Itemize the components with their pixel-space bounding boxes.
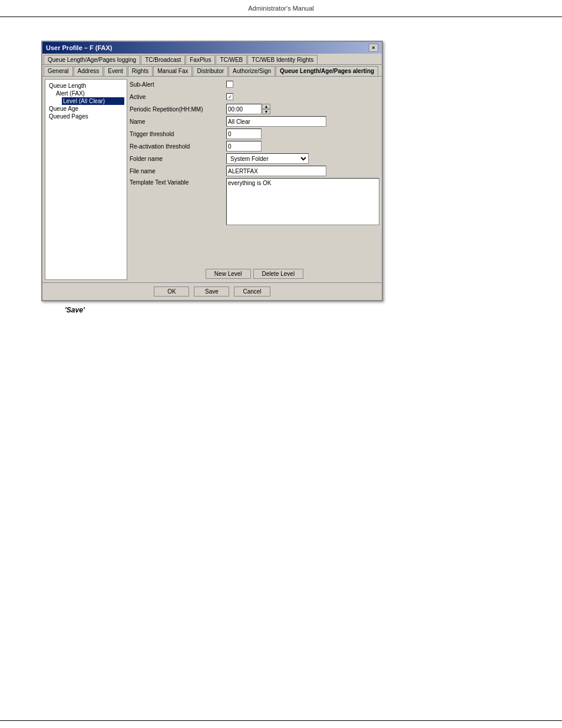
dialog-title: User Profile – F (FAX)	[46, 44, 112, 51]
reactivation-label: Re-activation threshold	[130, 143, 224, 150]
folder-select-wrapper: System Folder	[226, 153, 309, 164]
dialog-body: Queue Length Alert (FAX) Level (All Clea…	[42, 77, 382, 282]
right-panel: Sub-Alert Active ✓ Periodic Repetition(H…	[130, 79, 379, 280]
filename-row: File name	[130, 166, 379, 176]
page-footer	[0, 720, 562, 728]
trigger-label: Trigger threshold	[130, 131, 224, 137]
ok-button[interactable]: OK	[154, 286, 189, 297]
cancel-button[interactable]: Cancel	[234, 286, 270, 297]
tab-general[interactable]: General	[44, 66, 73, 76]
tab-row-1: Queue Length/Age/Pages logging TC/Broadc…	[42, 54, 382, 65]
filename-input[interactable]	[226, 166, 326, 176]
dialog: User Profile – F (FAX) × Queue Length/Ag…	[41, 41, 383, 301]
tree-indent: Alert (FAX) Level (All Clear)	[55, 90, 124, 105]
tab-address[interactable]: Address	[74, 66, 104, 76]
tree-alert-label: Alert (FAX)	[56, 90, 85, 97]
template-label: Template Text Variable	[130, 179, 224, 186]
trigger-input[interactable]	[226, 129, 262, 139]
periodic-spin-up[interactable]: ▲	[262, 104, 270, 109]
sub-alert-checkbox[interactable]	[226, 81, 233, 88]
reactivation-row: Re-activation threshold	[130, 141, 379, 151]
tree-indent-2: Level (All Clear)	[62, 97, 124, 105]
tab-manual-fax[interactable]: Manual Fax	[153, 66, 192, 76]
name-input[interactable]	[226, 116, 326, 127]
name-row: Name	[130, 116, 379, 127]
tab-queue-length-logging[interactable]: Queue Length/Age/Pages logging	[44, 55, 140, 64]
tab-tc-broadcast[interactable]: TC/Broadcast	[141, 55, 185, 64]
left-panel: Queue Length Alert (FAX) Level (All Clea…	[45, 79, 127, 280]
template-section: Template Text Variable everything is OK	[130, 178, 379, 225]
periodic-row: Periodic Repetition(HH:MM) ▲ ▼	[130, 104, 379, 114]
tab-authorize-sign[interactable]: Authorize/Sign	[229, 66, 275, 76]
tab-event[interactable]: Event	[104, 66, 127, 76]
periodic-spinner: ▲ ▼	[226, 104, 270, 114]
tree-alert-fax[interactable]: Alert (FAX)	[55, 90, 124, 97]
periodic-spin-btns: ▲ ▼	[262, 104, 270, 114]
tab-tc-web[interactable]: TC/WEB	[216, 55, 247, 64]
tree-queue-length[interactable]: Queue Length	[48, 82, 124, 90]
tab-row-2: General Address Event Rights Manual Fax …	[42, 65, 382, 77]
active-checkbox[interactable]: ✓	[226, 93, 233, 100]
tree-queue-age[interactable]: Queue Age	[48, 105, 124, 113]
close-button[interactable]: ×	[369, 44, 378, 52]
tab-distributor[interactable]: Distributor	[193, 66, 228, 76]
new-level-button[interactable]: New Level	[206, 269, 251, 279]
spacer	[130, 227, 379, 262]
periodic-spin-down[interactable]: ▼	[262, 109, 270, 114]
dialog-titlebar: User Profile – F (FAX) ×	[42, 42, 382, 54]
periodic-input[interactable]	[226, 104, 262, 114]
filename-label: File name	[130, 168, 224, 174]
header-title: Administrator's Manual	[248, 5, 314, 12]
template-textarea[interactable]: everything is OK	[226, 178, 379, 225]
sub-alert-row: Sub-Alert	[130, 79, 379, 90]
page-header: Administrator's Manual	[0, 0, 562, 17]
bottom-btn-row: OK Save Cancel	[42, 282, 382, 300]
folder-row: Folder name System Folder	[130, 153, 379, 164]
periodic-label: Periodic Repetition(HH:MM)	[130, 106, 224, 113]
caption-text: 'Save'	[65, 306, 85, 314]
tab-rights[interactable]: Rights	[128, 66, 153, 76]
active-row: Active ✓	[130, 91, 379, 102]
reactivation-input[interactable]	[226, 141, 262, 151]
tab-faxplus[interactable]: FaxPlus	[186, 55, 215, 64]
delete-level-button[interactable]: Delete Level	[253, 269, 304, 279]
active-label: Active	[130, 94, 224, 100]
trigger-row: Trigger threshold	[130, 129, 379, 139]
save-button[interactable]: Save	[194, 286, 229, 297]
folder-select[interactable]: System Folder	[226, 153, 309, 164]
sub-alert-label: Sub-Alert	[130, 81, 224, 88]
page-content: User Profile – F (FAX) × Queue Length/Ag…	[0, 17, 562, 338]
folder-label: Folder name	[130, 156, 224, 162]
level-button-row: New Level Delete Level	[130, 266, 379, 280]
tab-queue-alerting[interactable]: Queue Length/Age/Pages alerting	[276, 66, 378, 76]
dialog-wrapper: User Profile – F (FAX) × Queue Length/Ag…	[41, 41, 527, 314]
tree-queued-pages[interactable]: Queued Pages	[48, 113, 124, 120]
tree-level-all-clear[interactable]: Level (All Clear)	[62, 97, 124, 105]
tab-tc-web-identity[interactable]: TC/WEB Identity Rights	[247, 55, 318, 64]
name-label: Name	[130, 118, 224, 125]
